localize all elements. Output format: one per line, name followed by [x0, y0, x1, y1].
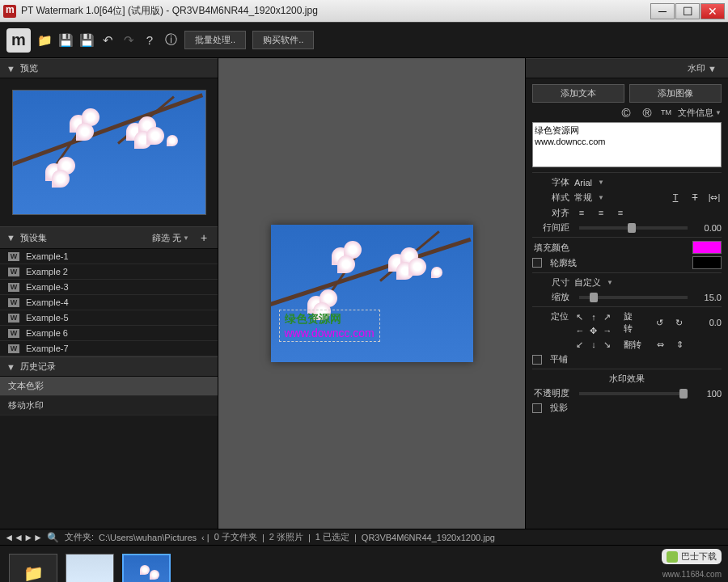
- scale-label: 缩放: [532, 291, 569, 303]
- pos-r[interactable]: →: [601, 324, 614, 337]
- canvas-image[interactable]: 绿色资源网 www.downcc.com: [271, 225, 473, 362]
- add-image-button[interactable]: 添加图像: [629, 84, 722, 103]
- nav-fwd-icon[interactable]: ►►: [26, 530, 40, 545]
- size-label: 尺寸: [532, 276, 569, 289]
- pos-t[interactable]: ↑: [587, 310, 600, 323]
- watermark-line2: www.downcc.com: [285, 327, 375, 340]
- info-icon[interactable]: ⓘ: [163, 33, 178, 48]
- redo-icon[interactable]: ↷: [121, 33, 136, 48]
- rotate-ccw-icon[interactable]: ↺: [653, 316, 667, 329]
- thumbnail-icon: [66, 554, 114, 583]
- presets-panel-header[interactable]: ▼ 预设集 篩选 无▼ +: [0, 226, 218, 249]
- collapse-icon: ▼: [6, 233, 15, 242]
- flip-h-icon[interactable]: ⇔: [654, 338, 668, 351]
- maximize-button[interactable]: ☐: [675, 3, 700, 19]
- pos-label: 定位: [532, 310, 569, 323]
- fileinfo-dropdown[interactable]: 文件信息▼: [678, 107, 722, 119]
- presets-filter-dropdown[interactable]: 无▼: [172, 232, 194, 244]
- help-icon[interactable]: ?: [142, 33, 157, 48]
- preset-row[interactable]: WExample 6: [0, 326, 218, 341]
- selected-count: 1 已选定: [315, 531, 349, 543]
- fill-color-swatch[interactable]: [692, 241, 722, 254]
- nav-back-icon[interactable]: ◄◄: [6, 530, 21, 545]
- align-right-icon[interactable]: ≡: [613, 206, 628, 219]
- filmstrip-item[interactable]: QR3VB4M6NR...: [121, 554, 171, 583]
- batch-button[interactable]: 批量处理..: [184, 31, 246, 49]
- save-as-icon[interactable]: 💾: [79, 33, 94, 48]
- style-dropdown[interactable]: 常规 ▼: [574, 192, 604, 204]
- pos-tl[interactable]: ↖: [574, 310, 586, 323]
- align-center-icon[interactable]: ≡: [594, 206, 608, 219]
- copyright-icon[interactable]: ©: [619, 105, 633, 120]
- history-list: 文本色彩 移动水印: [0, 377, 218, 415]
- watermark-text-input[interactable]: [532, 122, 722, 167]
- source-brand: 巴士下载: [662, 549, 722, 564]
- pos-br[interactable]: ↘: [601, 338, 614, 351]
- shadow-checkbox[interactable]: [532, 403, 542, 413]
- pos-c[interactable]: ✥: [587, 324, 600, 337]
- preset-row[interactable]: WExample-4: [0, 295, 218, 310]
- pos-tr[interactable]: ↗: [601, 310, 614, 323]
- strikethrough-icon[interactable]: T: [688, 191, 702, 204]
- outline-color-swatch[interactable]: [692, 256, 722, 269]
- preset-icon: W: [8, 329, 19, 338]
- history-row[interactable]: 移动水印: [0, 396, 218, 415]
- preset-row[interactable]: WExample-1: [0, 249, 218, 264]
- watermark-panel-header[interactable]: 水印 ▼: [526, 58, 728, 78]
- open-icon[interactable]: 📁: [37, 33, 52, 48]
- add-preset-icon[interactable]: +: [197, 230, 211, 245]
- buy-button[interactable]: 购买软件..: [252, 31, 314, 49]
- add-text-button[interactable]: 添加文本: [532, 84, 624, 103]
- preset-row[interactable]: WExample-3: [0, 280, 218, 295]
- preview-panel-header[interactable]: ▼ 预览: [0, 58, 218, 78]
- flip-v-icon[interactable]: ⇕: [673, 338, 688, 351]
- watermark-line1: 绿色资源网: [285, 312, 375, 327]
- collapse-icon: ▼: [708, 64, 717, 74]
- preset-row[interactable]: WExample 2: [0, 264, 218, 280]
- folder-path[interactable]: C:\Users\wuhan\Pictures: [99, 533, 197, 542]
- lineheight-slider[interactable]: [579, 226, 688, 230]
- main-toolbar: 📁 💾 💾 ↶ ↷ ? ⓘ 批量处理.. 购买软件..: [0, 23, 728, 58]
- watermark-box[interactable]: 绿色资源网 www.downcc.com: [279, 310, 380, 342]
- preset-icon: W: [8, 314, 19, 323]
- preview-thumbnail: [12, 90, 206, 215]
- pos-b[interactable]: ↓: [587, 338, 600, 351]
- outline-checkbox[interactable]: [532, 258, 542, 268]
- preset-icon: W: [8, 283, 19, 292]
- tile-checkbox[interactable]: [532, 355, 542, 365]
- collapse-icon: ▼: [6, 64, 15, 74]
- history-panel-title: 历史记录: [20, 361, 56, 373]
- rotate-cw-icon[interactable]: ↻: [672, 316, 686, 329]
- save-icon[interactable]: 💾: [58, 33, 73, 48]
- zoom-icon[interactable]: 🔍: [45, 530, 60, 545]
- spacing-icon[interactable]: |⇔|: [707, 191, 722, 204]
- preset-icon: W: [8, 344, 19, 353]
- close-button[interactable]: ✕: [700, 3, 725, 19]
- pos-bl[interactable]: ↙: [574, 338, 586, 351]
- history-panel-header[interactable]: ▼ 历史记录: [0, 356, 218, 377]
- presets-panel-title: 预设集: [20, 232, 152, 244]
- align-left-icon[interactable]: ≡: [574, 206, 589, 219]
- trademark-icon[interactable]: TM: [661, 108, 671, 116]
- registered-icon[interactable]: ®: [640, 105, 654, 120]
- filmstrip-item[interactable]: 5363735_1286...: [65, 554, 115, 583]
- filmstrip-up-button[interactable]: 📁 上一层: [8, 554, 58, 583]
- pos-l[interactable]: ←: [574, 324, 586, 337]
- undo-icon[interactable]: ↶: [100, 33, 115, 48]
- align-label: 对齐: [532, 207, 569, 219]
- font-dropdown[interactable]: Arial ▼: [574, 178, 604, 188]
- effect-label: 水印效果: [609, 373, 645, 385]
- flip-label: 翻转: [624, 339, 641, 351]
- opacity-slider[interactable]: [579, 392, 688, 395]
- history-row[interactable]: 文本色彩: [0, 377, 218, 396]
- size-dropdown[interactable]: 自定义 ▼: [574, 276, 613, 289]
- scale-slider[interactable]: [579, 296, 688, 299]
- preset-row[interactable]: WExample-5: [0, 310, 218, 326]
- minimize-button[interactable]: ─: [650, 3, 675, 19]
- preset-row[interactable]: WExample-7: [0, 341, 218, 356]
- rotate-label: 旋转: [624, 310, 641, 335]
- lineheight-label: 行间距: [532, 221, 569, 234]
- canvas-area[interactable]: 绿色资源网 www.downcc.com: [218, 58, 526, 529]
- underline-icon[interactable]: T: [668, 191, 683, 204]
- app-icon: [3, 5, 16, 18]
